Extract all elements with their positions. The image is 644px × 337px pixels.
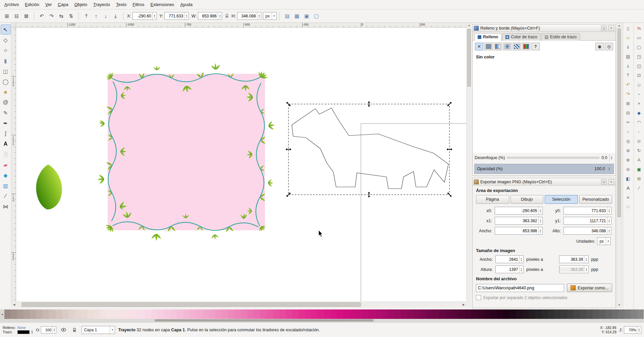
selection-scale-handle[interactable] xyxy=(447,192,452,198)
scroll-down-arrow[interactable]: ▼ xyxy=(617,303,622,307)
horizontal-ruler[interactable]: -1250-1000-750-500-2500250500 xyxy=(16,23,466,28)
menu-extensiones[interactable]: Extensiones xyxy=(148,1,177,8)
palette-swatch[interactable] xyxy=(541,309,548,319)
palette-swatch[interactable] xyxy=(612,309,618,319)
raise-to-top-button[interactable]: ⤒ xyxy=(82,11,91,21)
palette-swatch[interactable] xyxy=(132,309,139,319)
palette-scroll-thumb[interactable] xyxy=(155,319,374,322)
palette-swatch[interactable] xyxy=(228,309,234,319)
palette-swatch[interactable] xyxy=(426,309,433,319)
palette-swatch[interactable] xyxy=(503,309,509,319)
pattern-button[interactable] xyxy=(513,43,521,50)
export-as-button[interactable]: Exportar como... xyxy=(567,284,612,292)
radial-gradient-button[interactable] xyxy=(503,43,512,50)
palette-swatch[interactable] xyxy=(36,309,43,319)
palette-swatch[interactable] xyxy=(17,309,23,319)
spin-down[interactable] xyxy=(607,169,611,171)
palette-swatch[interactable] xyxy=(292,309,299,319)
pink-square[interactable] xyxy=(108,74,265,230)
palette-swatch[interactable] xyxy=(350,309,356,319)
menu-capa[interactable]: Capa xyxy=(55,1,71,8)
snap-enable-toggle[interactable]: % xyxy=(635,24,644,33)
fill-stroke-panel-titlebar[interactable]: Relleno y borde (Mayús+Ctrl+F) xyxy=(473,25,615,32)
palette-swatch[interactable] xyxy=(23,309,30,319)
snap-cusp-nodes-toggle[interactable]: ◆ xyxy=(635,108,644,117)
box-3d-tool[interactable]: ◫ xyxy=(1,66,11,76)
menu-ayuda[interactable]: Ayuda xyxy=(177,1,196,8)
move-patterns-toggle[interactable]: ▦ xyxy=(292,11,302,21)
palette-swatch[interactable] xyxy=(56,309,62,319)
spin-down[interactable] xyxy=(257,16,261,18)
paint-bucket-tool[interactable]: ◆ xyxy=(1,170,11,180)
unknown-paint-button[interactable]: ? xyxy=(531,43,540,50)
ungroup-button[interactable]: ⊖ xyxy=(624,165,633,174)
spin-down[interactable] xyxy=(584,259,588,261)
palette-swatch[interactable] xyxy=(388,309,394,319)
spin-down[interactable] xyxy=(52,330,56,332)
spin-down[interactable] xyxy=(607,231,611,233)
palette-swatch[interactable] xyxy=(324,309,330,319)
ellipse-tool[interactable]: ◯ xyxy=(1,77,11,87)
gradient-tool[interactable]: ▥ xyxy=(1,181,11,191)
lock-ratio-toggle[interactable] xyxy=(224,12,230,20)
palette-swatch[interactable] xyxy=(407,309,414,319)
palette-swatch[interactable] xyxy=(254,309,260,319)
spin-down[interactable] xyxy=(637,330,641,332)
deselect-button[interactable]: ⊠ xyxy=(21,11,31,21)
palette-swatch[interactable] xyxy=(433,309,439,319)
palette-swatch[interactable] xyxy=(401,309,407,319)
snap-bbox-toggle[interactable]: ▭ xyxy=(635,33,644,42)
zoom-page-button[interactable]: ◎ xyxy=(624,137,633,145)
xml-editor-button[interactable]: ≡ xyxy=(624,193,633,202)
layer-lock-toggle[interactable] xyxy=(70,326,78,334)
open-document-button[interactable]: ▱ xyxy=(624,33,633,42)
linear-gradient-button[interactable] xyxy=(494,43,502,50)
palette-swatch[interactable] xyxy=(356,309,362,319)
eraser-tool[interactable]: ▰ xyxy=(1,160,11,170)
text-tool[interactable]: A xyxy=(1,139,11,149)
palette-swatch[interactable] xyxy=(100,309,107,319)
export-area-dibujo-button[interactable]: Dibujo xyxy=(511,195,544,204)
palette-swatch[interactable] xyxy=(554,309,560,319)
zoom-drawing-button[interactable]: ○ xyxy=(624,127,633,136)
scroll-up-arrow[interactable]: ▲ xyxy=(617,23,622,28)
combo-arrow-icon[interactable] xyxy=(272,12,276,19)
palette-swatch[interactable] xyxy=(203,309,209,319)
spin-down[interactable] xyxy=(520,270,523,272)
node-tool[interactable]: ◇ xyxy=(1,35,11,45)
scroll-left-arrow[interactable]: ◀ xyxy=(12,302,16,307)
selection-scale-handle[interactable] xyxy=(447,101,452,107)
snap-bbox-edges-toggle[interactable]: ▢ xyxy=(635,43,644,51)
palette-swatch[interactable] xyxy=(190,309,196,319)
palette-swatch[interactable] xyxy=(394,309,401,319)
panel-close-button[interactable] xyxy=(608,179,614,185)
rotate-cw-button[interactable]: ↷ xyxy=(47,11,56,21)
redo-button[interactable]: ↷ xyxy=(624,90,633,98)
snap-paths-toggle[interactable]: ~ xyxy=(635,90,644,98)
swatch-button[interactable] xyxy=(522,43,530,50)
snap-intersections-toggle[interactable]: × xyxy=(635,99,644,108)
fill-rule-evenodd-button[interactable]: ◎ xyxy=(605,43,613,50)
tab-style[interactable]: Estilo de trazo xyxy=(541,33,580,41)
bbox-mode-toggle[interactable]: ▢ xyxy=(312,11,321,21)
palette-swatch[interactable] xyxy=(471,309,478,319)
spin-down[interactable] xyxy=(539,221,542,223)
x1-input[interactable] xyxy=(495,219,538,223)
spin-down[interactable] xyxy=(607,221,611,223)
pencil-tool[interactable]: ✎ xyxy=(1,108,11,118)
palette-swatch[interactable] xyxy=(529,309,535,319)
cut-button[interactable]: ✂ xyxy=(624,118,633,127)
export-area-personalizado-button[interactable]: Personalizado xyxy=(579,195,612,204)
palette-swatch[interactable] xyxy=(267,309,273,319)
palette-swatch[interactable] xyxy=(119,309,126,319)
move-clips-toggle[interactable]: ▣ xyxy=(302,11,312,21)
palette-swatch[interactable] xyxy=(574,309,580,319)
move-gradients-toggle[interactable]: ▤ xyxy=(282,11,292,21)
snap-bbox-centers-toggle[interactable]: ⊡ xyxy=(635,71,644,80)
drawing-area[interactable] xyxy=(16,28,466,301)
no-paint-button[interactable]: ✕ xyxy=(475,43,483,50)
selector-tool[interactable]: ↖ xyxy=(1,25,11,35)
rotate-ccw-button[interactable]: ↶ xyxy=(37,11,47,21)
palette-swatch[interactable] xyxy=(305,309,311,319)
palette-swatch[interactable] xyxy=(139,309,145,319)
